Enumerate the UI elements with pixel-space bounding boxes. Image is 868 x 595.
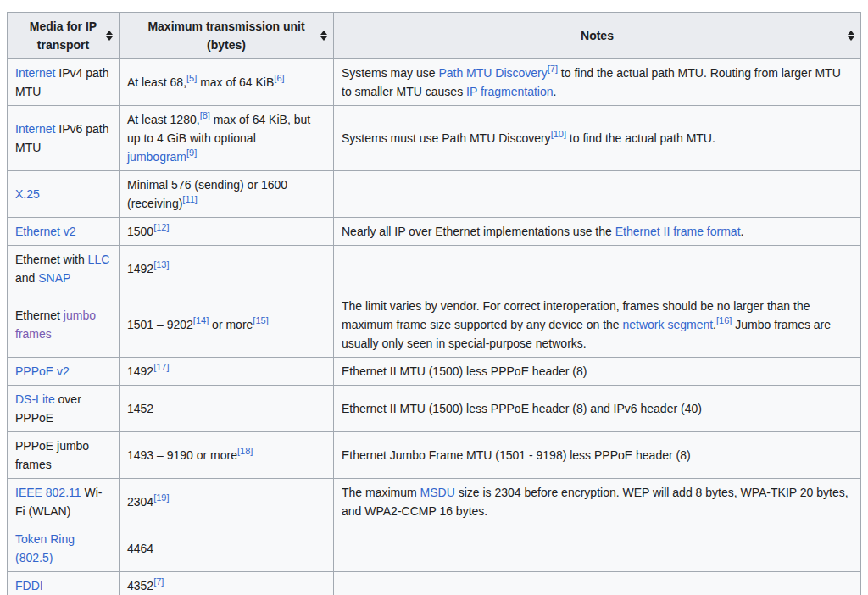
- wiki-link[interactable]: IP fragmentation: [466, 85, 553, 98]
- cell-text: 2304: [127, 495, 153, 509]
- cell-mtu: At least 1280,[8] max of 64 KiB, but up …: [120, 106, 334, 171]
- cell-mtu: 1492[17]: [120, 358, 334, 386]
- cell-text: or more: [209, 318, 253, 331]
- cell-text: Systems must use Path MTU Discovery: [342, 131, 551, 145]
- cell-mtu: 4352[7]: [120, 572, 334, 595]
- reference-sup: [9]: [186, 147, 197, 158]
- cell-media: X.25: [8, 171, 120, 218]
- cell-text: Ethernet: [15, 309, 64, 322]
- sort-icon: [106, 31, 113, 41]
- wiki-link[interactable]: jumbogram: [127, 150, 186, 164]
- header-row: Media for IP transport Maximum transmiss…: [8, 13, 861, 59]
- cell-notes: Systems may use Path MTU Discovery[7] to…: [334, 59, 861, 106]
- col-header-notes[interactable]: Notes: [334, 13, 861, 59]
- reference-sup: [7]: [153, 576, 164, 587]
- cell-text: .: [741, 225, 744, 238]
- mtu-table: Media for IP transport Maximum transmiss…: [7, 12, 861, 595]
- wiki-link[interactable]: Ethernet v2: [15, 225, 76, 238]
- sort-icon: [848, 31, 854, 41]
- cell-mtu: 1492[13]: [120, 246, 334, 292]
- cell-notes: [334, 246, 861, 292]
- reference-link[interactable]: [9]: [186, 147, 197, 158]
- article-content: Media for IP transport Maximum transmiss…: [0, 0, 868, 595]
- cell-text: Minimal 576 (sending) or 1600 (receiving…: [127, 178, 287, 210]
- reference-link[interactable]: [11]: [182, 194, 198, 204]
- reference-sup: [18]: [237, 446, 253, 456]
- col-header-media[interactable]: Media for IP transport: [8, 13, 120, 59]
- wiki-link[interactable]: X.25: [15, 187, 40, 201]
- cell-media: Internet IPv4 path MTU: [8, 59, 120, 106]
- cell-text: Ethernet II MTU (1500) less PPPoE header…: [342, 364, 587, 378]
- cell-mtu: Minimal 576 (sending) or 1600 (receiving…: [120, 171, 334, 218]
- cell-text: Ethernet Jumbo Frame MTU (1501 - 9198) l…: [342, 448, 691, 462]
- reference-link[interactable]: [19]: [153, 492, 169, 503]
- cell-media: FDDI: [8, 572, 120, 595]
- cell-text: At least 68,: [127, 75, 186, 89]
- reference-link[interactable]: [14]: [193, 315, 209, 325]
- cell-text: 1493 – 9190 or more: [127, 448, 237, 462]
- wiki-link[interactable]: Token Ring (802.5): [15, 532, 75, 564]
- cell-notes: Ethernet Jumbo Frame MTU (1501 - 9198) l…: [334, 432, 861, 479]
- cell-mtu: 1493 – 9190 or more[18]: [120, 432, 334, 479]
- reference-link[interactable]: [8]: [200, 110, 210, 120]
- cell-media: Token Ring (802.5): [8, 525, 120, 572]
- reference-link[interactable]: [16]: [716, 315, 732, 325]
- cell-mtu: 1501 – 9202[14] or more[15]: [120, 292, 334, 358]
- wiki-link[interactable]: MSDU: [420, 486, 455, 499]
- cell-text: 1492: [127, 262, 153, 275]
- wiki-link[interactable]: IEEE 802.11: [15, 486, 81, 499]
- cell-media: DS-Lite over PPPoE: [8, 386, 120, 432]
- reference-link[interactable]: [6]: [274, 73, 284, 83]
- reference-link[interactable]: [10]: [551, 129, 566, 139]
- reference-link[interactable]: [7]: [153, 576, 164, 587]
- cell-media: IEEE 802.11 Wi-Fi (WLAN): [8, 479, 120, 525]
- col-header-media-label: Media for IP transport: [30, 19, 97, 52]
- reference-link[interactable]: [13]: [153, 259, 169, 270]
- reference-sup: [5]: [186, 73, 197, 83]
- wiki-link[interactable]: PPPoE v2: [15, 364, 70, 378]
- col-header-mtu-label: Maximum transmission unit (bytes): [147, 19, 304, 52]
- wiki-link[interactable]: FDDI: [15, 579, 43, 592]
- reference-link[interactable]: [17]: [153, 362, 169, 372]
- reference-link[interactable]: [18]: [237, 446, 253, 456]
- reference-link[interactable]: [15]: [253, 315, 268, 325]
- wiki-link[interactable]: Ethernet II frame format: [615, 225, 741, 238]
- cell-text: 1500: [127, 225, 153, 238]
- cell-media: Internet IPv6 path MTU: [8, 106, 120, 171]
- reference-sup: [8]: [200, 110, 210, 120]
- wiki-link[interactable]: Path MTU Discovery: [438, 66, 547, 80]
- reference-sup: [14]: [193, 315, 209, 325]
- table-row: Internet IPv6 path MTUAt least 1280,[8] …: [8, 106, 861, 171]
- cell-text: At least 1280,: [127, 113, 200, 126]
- reference-link[interactable]: [7]: [548, 64, 558, 74]
- table-row: Internet IPv4 path MTUAt least 68,[5] ma…: [8, 59, 861, 106]
- reference-sup: [12]: [153, 222, 169, 232]
- wiki-link[interactable]: DS-Lite: [15, 392, 55, 406]
- cell-text: max of 64 KiB: [197, 75, 274, 89]
- cell-mtu: 4464: [120, 525, 334, 572]
- table-row: Ethernet jumbo frames1501 – 9202[14] or …: [8, 292, 861, 358]
- col-header-mtu[interactable]: Maximum transmission unit (bytes): [120, 13, 334, 59]
- wiki-link[interactable]: SNAP: [38, 271, 70, 285]
- cell-notes: Systems must use Path MTU Discovery[10] …: [334, 106, 861, 171]
- table-row: Token Ring (802.5)4464: [8, 525, 861, 572]
- table-row: Ethernet v21500[12]Nearly all IP over Et…: [8, 218, 861, 246]
- cell-notes: Ethernet II MTU (1500) less PPPoE header…: [334, 358, 861, 386]
- reference-link[interactable]: [5]: [186, 73, 197, 83]
- cell-media: Ethernet jumbo frames: [8, 292, 120, 358]
- reference-sup: [19]: [153, 492, 169, 503]
- col-header-notes-label: Notes: [581, 29, 614, 42]
- wiki-link[interactable]: Internet: [15, 66, 55, 80]
- cell-notes: [334, 525, 861, 572]
- reference-sup: [17]: [153, 362, 169, 372]
- cell-mtu: 1452: [120, 386, 334, 432]
- table-row: DS-Lite over PPPoE1452Ethernet II MTU (1…: [8, 386, 861, 432]
- cell-media: PPPoE jumbo frames: [8, 432, 120, 479]
- cell-text: 1501 – 9202: [127, 318, 193, 331]
- reference-link[interactable]: [12]: [153, 222, 169, 232]
- cell-mtu: At least 68,[5] max of 64 KiB[6]: [120, 59, 334, 106]
- sort-icon: [320, 31, 327, 41]
- wiki-link[interactable]: network segment: [623, 318, 714, 331]
- wiki-link[interactable]: LLC: [88, 253, 110, 266]
- wiki-link[interactable]: Internet: [15, 122, 55, 136]
